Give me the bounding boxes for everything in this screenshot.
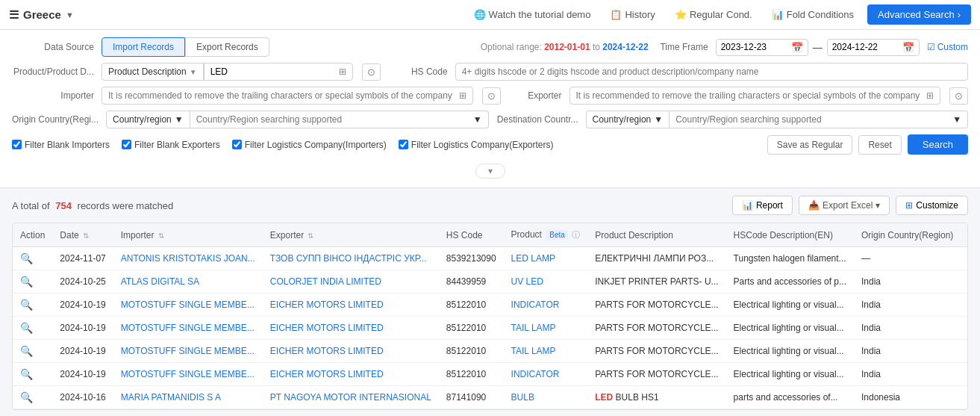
filter-row-5: Filter Blank Importers Filter Blank Expo… bbox=[12, 134, 968, 155]
origin-country-input-wrap[interactable]: ▼ bbox=[190, 111, 489, 128]
importer-field[interactable] bbox=[108, 90, 456, 101]
product-cell: INDICATOR bbox=[504, 294, 588, 317]
importer-link[interactable]: ATLAS DIGITAL SA bbox=[121, 276, 199, 287]
product-link[interactable]: INDICATOR bbox=[511, 299, 560, 310]
search-icon[interactable]: 🔍 bbox=[20, 391, 33, 403]
product-link[interactable]: BULB bbox=[511, 392, 534, 403]
tutorial-label: Watch the tutorial demo bbox=[489, 9, 591, 20]
exporter-cell: ТЗОВ СУПП ВІНСО ІНДАСТРІС УКР... bbox=[263, 247, 439, 270]
importer-link[interactable]: MOTOSTUFF SINGLE MEMBE... bbox=[121, 299, 255, 310]
history-label: History bbox=[625, 9, 655, 20]
product-link[interactable]: INDICATOR bbox=[511, 369, 560, 379]
filter-blank-exporters-checkbox[interactable]: Filter Blank Exporters bbox=[122, 140, 220, 150]
search-icon[interactable]: 🔍 bbox=[20, 345, 33, 357]
exporter-link[interactable]: PT NAGOYA MOTOR INTERNASIONAL bbox=[270, 392, 431, 403]
origin-cell: Indonesia bbox=[854, 386, 961, 409]
results-table-wrap: Action Date ⇅ Importer ⇅ Exporter ⇅ HS C… bbox=[12, 223, 968, 410]
hscode-cell: 84439959 bbox=[439, 270, 504, 294]
col-importer[interactable]: Importer ⇅ bbox=[113, 223, 263, 247]
destination-country-wrap: Country/region ▼ ▼ bbox=[586, 111, 968, 128]
importer-link[interactable]: ANTONIS KRISTOTAKIS JOAN... bbox=[121, 253, 255, 264]
chevron-down-origin: ▼ bbox=[175, 114, 184, 125]
hs-code-field[interactable] bbox=[462, 66, 961, 77]
exporter-link[interactable]: ТЗОВ СУПП ВІНСО ІНДАСТРІС УКР... bbox=[270, 253, 427, 264]
filter-logistics-importers-checkbox[interactable]: Filter Logistics Company(Importers) bbox=[232, 140, 387, 150]
exporter-input-wrap[interactable]: ⊞ bbox=[569, 87, 941, 105]
hscode-desc-cell: Parts and accessories of p... bbox=[726, 270, 854, 294]
export-excel-button[interactable]: 📥 Export Excel ▾ bbox=[799, 196, 890, 215]
product-select-wrap: Product Description ▼ ⊞ bbox=[102, 63, 353, 81]
product-link[interactable]: TAIL LAMP bbox=[511, 346, 556, 356]
destination-type-select[interactable]: Country/region ▼ bbox=[586, 111, 670, 128]
exporter-link[interactable]: EICHER MOTORS LIMITED bbox=[270, 299, 384, 310]
search-icon[interactable]: 🔍 bbox=[20, 322, 33, 334]
exporter-field[interactable] bbox=[576, 90, 924, 101]
destination-country-input-wrap[interactable]: ▼ bbox=[670, 111, 968, 128]
exporter-link[interactable]: COLORJET INDIA LIMITED bbox=[270, 276, 381, 287]
search-icon[interactable]: 🔍 bbox=[20, 252, 33, 264]
product-value-field[interactable] bbox=[210, 66, 336, 77]
end-date-field[interactable] bbox=[832, 42, 899, 52]
date-range-start: 2012-01-01 bbox=[544, 42, 590, 52]
product-search-icon-btn[interactable]: ⊙ bbox=[362, 63, 381, 81]
save-as-regular-button[interactable]: Save as Regular bbox=[767, 135, 853, 155]
table-row: 🔍 2024-11-07 ANTONIS KRISTOTAKIS JOAN...… bbox=[13, 247, 968, 270]
country-selector[interactable]: ☰ Greece ▼ bbox=[9, 8, 74, 22]
importer-link[interactable]: MOTOSTUFF SINGLE MEMBE... bbox=[121, 323, 255, 333]
hs-code-input-wrap[interactable] bbox=[455, 63, 968, 81]
custom-button[interactable]: ☑ Custom bbox=[927, 42, 968, 52]
search-icon[interactable]: 🔍 bbox=[20, 299, 33, 311]
product-link[interactable]: TAIL LAMP bbox=[511, 323, 556, 333]
exporter-link[interactable]: EICHER MOTORS LIMITED bbox=[270, 323, 384, 333]
start-date-field[interactable] bbox=[721, 42, 788, 52]
export-records-tab[interactable]: Export Records bbox=[185, 37, 269, 57]
exporter-link[interactable]: EICHER MOTORS LIMITED bbox=[270, 369, 384, 379]
importer-search-icon-btn[interactable]: ⊙ bbox=[482, 87, 501, 105]
search-button[interactable]: Search bbox=[908, 134, 968, 155]
history-link[interactable]: 📋 History bbox=[604, 6, 661, 23]
checkbox-group: Filter Blank Importers Filter Blank Expo… bbox=[12, 135, 554, 155]
results-action-buttons: 📊 Report 📥 Export Excel ▾ ⊞ Customize bbox=[732, 196, 968, 215]
importer-input-wrap[interactable]: ⊞ bbox=[102, 87, 473, 105]
fold-conditions-link[interactable]: 📊 Fold Conditions bbox=[766, 6, 860, 23]
destination-country-field[interactable] bbox=[675, 114, 949, 125]
origin-type-select[interactable]: Country/region ▼ bbox=[106, 111, 190, 128]
importer-link[interactable]: MARIA PATMANIDIS S A bbox=[121, 392, 221, 403]
origin-label: Origin Country(Regi... bbox=[12, 114, 99, 125]
collapse-button[interactable]: ▾ bbox=[475, 164, 505, 178]
tutorial-link[interactable]: 🌐 Watch the tutorial demo bbox=[468, 6, 597, 23]
importer-link[interactable]: MOTOSTUFF SINGLE MEMBE... bbox=[121, 369, 255, 379]
action-cell: 🔍 bbox=[13, 294, 52, 317]
col-exporter[interactable]: Exporter ⇅ bbox=[263, 223, 439, 247]
customize-button[interactable]: ⊞ Customize bbox=[896, 196, 968, 215]
time-frame-inputs: 📅 — 📅 bbox=[716, 39, 920, 56]
importer-cell: MARIA PATMANIDIS S A bbox=[113, 386, 263, 409]
col-date[interactable]: Date ⇅ bbox=[52, 223, 113, 247]
search-icon[interactable]: 🔍 bbox=[20, 276, 33, 288]
time-frame-start-input[interactable]: 📅 bbox=[716, 39, 808, 56]
product-desc-cell: INKJET PRINTER PARTS- U... bbox=[587, 270, 725, 294]
star-icon: ⭐ bbox=[675, 9, 687, 20]
filter-logistics-exporters-checkbox[interactable]: Filter Logistics Company(Exporters) bbox=[399, 140, 554, 150]
action-cell: 🔍 bbox=[13, 317, 52, 340]
chevron-down-dest-2: ▼ bbox=[952, 114, 961, 125]
regular-cond-link[interactable]: ⭐ Regular Cond. bbox=[669, 6, 758, 23]
exporter-link[interactable]: EICHER MOTORS LIMITED bbox=[270, 346, 384, 356]
advanced-search-button[interactable]: Advanced Search › bbox=[867, 4, 971, 25]
search-icon[interactable]: 🔍 bbox=[20, 368, 33, 380]
exporter-search-icon-btn[interactable]: ⊙ bbox=[949, 87, 968, 105]
custom-checkbox-icon: ☑ bbox=[927, 42, 935, 52]
destination-cell: Greece bbox=[961, 270, 968, 294]
product-type-select[interactable]: Product Description ▼ bbox=[102, 63, 204, 81]
filter-row-2: Product/Product D... Product Description… bbox=[12, 63, 968, 81]
importer-link[interactable]: MOTOSTUFF SINGLE MEMBE... bbox=[121, 346, 255, 356]
time-frame-end-input[interactable]: 📅 bbox=[827, 39, 920, 56]
product-link[interactable]: UV LED bbox=[511, 276, 543, 287]
product-link[interactable]: LED LAMP bbox=[511, 253, 555, 264]
report-button[interactable]: 📊 Report bbox=[732, 196, 793, 215]
origin-country-field[interactable] bbox=[196, 114, 470, 125]
filter-blank-importers-checkbox[interactable]: Filter Blank Importers bbox=[12, 140, 110, 150]
reset-button[interactable]: Reset bbox=[858, 135, 901, 155]
import-records-tab[interactable]: Import Records bbox=[102, 37, 185, 57]
hscode-cell: 85122010 bbox=[439, 340, 504, 363]
